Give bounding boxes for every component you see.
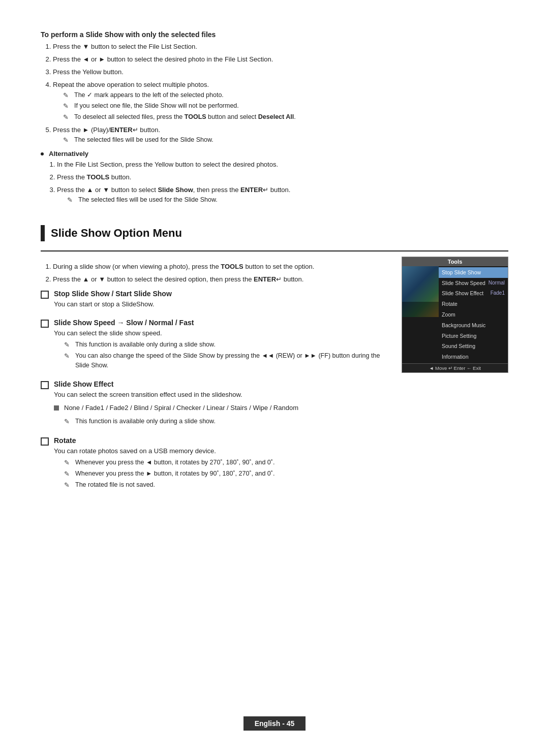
note-alt-selected: The selected files will be used for the … bbox=[67, 195, 290, 205]
alt-step-2: Press the TOOLS button. bbox=[57, 172, 290, 182]
effect-note-1: This function is available only during a… bbox=[64, 417, 508, 426]
step-4: Repeat the above operation to select mul… bbox=[53, 80, 508, 121]
subsection-stop-start: Stop Slide Show / Start Slide Show You c… bbox=[41, 290, 389, 311]
effect-notes: This function is available only during a… bbox=[64, 417, 508, 426]
tools-panel-footer: ◄ Move ↵ Enter ← Exit bbox=[402, 363, 508, 372]
tools-panel: Tools Stop Slide Show Slide Show Speed N… bbox=[402, 257, 508, 373]
alt-steps-list: In the File List Section, press the Yell… bbox=[57, 160, 290, 205]
tools-panel-title: Tools bbox=[402, 257, 508, 266]
effect-options-text: None / Fade1 / Fade2 / Blind / Spiral / … bbox=[64, 404, 298, 412]
step-1: Press the ▼ button to select the File Li… bbox=[53, 42, 508, 52]
effect-label: Slide Show Effect bbox=[54, 380, 508, 388]
subsection-rotate: Rotate You can rotate photos saved on a … bbox=[41, 436, 508, 493]
step-3: Press the Yellow button. bbox=[53, 67, 508, 77]
note-selected-files: The selected files will be used for the … bbox=[63, 135, 508, 145]
tools-panel-container: Tools Stop Slide Show Slide Show Speed N… bbox=[402, 257, 508, 373]
tools-menu-item-speed[interactable]: Slide Show Speed Normal bbox=[439, 278, 508, 289]
checkbox-icon-rotate bbox=[41, 437, 49, 446]
alt-step-3: Press the ▲ or ▼ button to select Slide … bbox=[57, 185, 290, 205]
alt-content: Alternatively In the File List Section, … bbox=[49, 150, 290, 210]
subsection-effect: Slide Show Effect You can select the scr… bbox=[41, 380, 508, 429]
checkbox-icon-speed bbox=[41, 320, 49, 328]
speed-notes: This function is available only during a… bbox=[64, 340, 389, 370]
speed-note-2: You can also change the speed of the Sli… bbox=[64, 351, 389, 370]
tools-menu-label-bgmusic: Background Music bbox=[442, 321, 485, 330]
tools-menu-item-info[interactable]: Information bbox=[439, 352, 508, 362]
tools-menu-value-effect: Fade1 bbox=[491, 289, 505, 298]
section-divider bbox=[41, 250, 508, 251]
alt-step-1: In the File List Section, press the Yell… bbox=[57, 160, 290, 170]
stop-start-desc: You can start or stop a SlideShow. bbox=[54, 299, 389, 309]
tools-menu-value-speed: Normal bbox=[489, 279, 505, 288]
tools-menu-item-zoom[interactable]: Zoom bbox=[439, 309, 508, 320]
step5-note: The selected files will be used for the … bbox=[63, 135, 508, 145]
tools-menu-item-picture[interactable]: Picture Setting bbox=[439, 331, 508, 341]
tools-menu-label-zoom: Zoom bbox=[442, 310, 455, 319]
tools-photo bbox=[402, 266, 439, 317]
section-title-block: Slide Show Option Menu bbox=[41, 225, 508, 241]
speed-desc: You can select the slide show speed. bbox=[54, 328, 389, 338]
checkbox-icon-effect bbox=[41, 381, 49, 389]
step-2: Press the ◄ or ► button to select the de… bbox=[53, 54, 508, 65]
footer-badge: English - 45 bbox=[243, 716, 306, 731]
alt-section: Alternatively In the File List Section, … bbox=[41, 150, 508, 210]
section-bar bbox=[41, 225, 45, 241]
tools-menu-label-effect: Slide Show Effect bbox=[442, 289, 483, 298]
top-heading: To perform a Slide Show with only the se… bbox=[41, 30, 508, 39]
rotate-note-1: Whenever you press the ◄ button, it rota… bbox=[64, 458, 508, 467]
speed-label: Slide Show Speed → Slow / Normal / Fast bbox=[54, 319, 389, 327]
tools-photo-overlay bbox=[402, 302, 439, 317]
tools-menu-item-effect[interactable]: Slide Show Effect Fade1 bbox=[439, 288, 508, 299]
tools-menu-label-sound: Sound Setting bbox=[442, 342, 475, 351]
effect-desc: You can select the screen transition eff… bbox=[54, 390, 508, 400]
tools-menu-item-sound[interactable]: Sound Setting bbox=[439, 341, 508, 352]
tools-menu-label-picture: Picture Setting bbox=[442, 332, 476, 340]
top-section: To perform a Slide Show with only the se… bbox=[41, 30, 508, 210]
checkbox-content-stop: Stop Slide Show / Start Slide Show You c… bbox=[54, 290, 389, 311]
note-checkmark: The ✓ mark appears to the left of the se… bbox=[63, 90, 508, 100]
subsection-speed: Slide Show Speed → Slow / Normal / Fast … bbox=[41, 319, 389, 373]
tools-menu-label-stop: Stop Slide Show bbox=[442, 268, 481, 277]
tools-panel-inner: Stop Slide Show Slide Show Speed Normal … bbox=[402, 266, 508, 363]
tools-menu: Stop Slide Show Slide Show Speed Normal … bbox=[439, 266, 508, 363]
rotate-note-3: The rotated file is not saved. bbox=[64, 480, 508, 490]
note-one-file: If you select one file, the Slide Show w… bbox=[63, 101, 508, 111]
checkbox-content-speed: Slide Show Speed → Slow / Normal / Fast … bbox=[54, 319, 389, 373]
step-5: Press the ► (Play)/ENTER↵ button. The se… bbox=[53, 125, 508, 145]
rotate-desc: You can rotate photos saved on a USB mem… bbox=[54, 446, 508, 456]
rotate-label: Rotate bbox=[54, 436, 508, 445]
checkbox-icon-stop bbox=[41, 291, 49, 299]
dot-bullet-icon bbox=[41, 152, 44, 155]
alt-heading: Alternatively bbox=[49, 150, 290, 158]
alt-step3-note: The selected files will be used for the … bbox=[67, 195, 290, 205]
speed-note-1: This function is available only during a… bbox=[64, 340, 389, 350]
tools-menu-label-info: Information bbox=[442, 353, 469, 361]
page: To perform a Slide Show with only the se… bbox=[0, 0, 549, 756]
tools-menu-item-bgmusic[interactable]: Background Music bbox=[439, 320, 508, 331]
tools-menu-label-rotate: Rotate bbox=[442, 300, 458, 308]
checkbox-content-effect: Slide Show Effect You can select the scr… bbox=[54, 380, 508, 429]
tools-menu-item-stop[interactable]: Stop Slide Show bbox=[439, 267, 508, 278]
tools-menu-label-speed: Slide Show Speed bbox=[442, 279, 485, 288]
tools-menu-item-rotate[interactable]: Rotate bbox=[439, 299, 508, 309]
rotate-note-2: Whenever you press the ► button, it rota… bbox=[64, 469, 508, 479]
footer-bar: English - 45 bbox=[0, 716, 549, 731]
effect-options-section: None / Fade1 / Fade2 / Blind / Spiral / … bbox=[54, 404, 508, 412]
step4-notes: The ✓ mark appears to the left of the se… bbox=[63, 90, 508, 122]
square-bullet-icon bbox=[54, 405, 59, 411]
section-title: Slide Show Option Menu bbox=[51, 227, 182, 240]
rotate-notes: Whenever you press the ◄ button, it rota… bbox=[64, 458, 508, 489]
stop-start-label: Stop Slide Show / Start Slide Show bbox=[54, 290, 389, 298]
checkbox-content-rotate: Rotate You can rotate photos saved on a … bbox=[54, 436, 508, 493]
note-deselect: To deselect all selected files, press th… bbox=[63, 112, 508, 122]
steps-list: Press the ▼ button to select the File Li… bbox=[53, 42, 508, 145]
